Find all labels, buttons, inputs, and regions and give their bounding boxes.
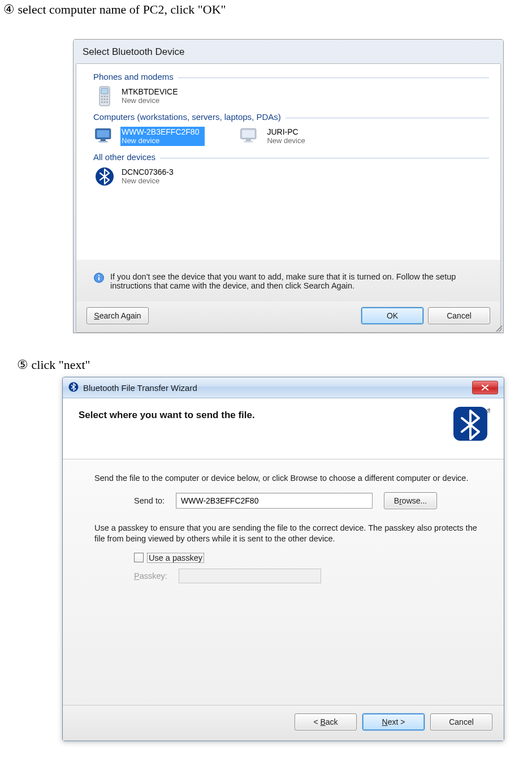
- mnemonic: P: [134, 571, 140, 580]
- svg-rect-13: [101, 139, 106, 141]
- device-item-other[interactable]: DCNC07366-3 New device: [93, 165, 202, 188]
- lt: <: [313, 717, 320, 726]
- bluetooth-logo-icon: ®: [453, 406, 490, 445]
- device-name: WWW-2B3EFFC2F80: [122, 127, 199, 136]
- device-list[interactable]: Phones and modems MTKBTDEVICE New device…: [76, 64, 500, 260]
- cancel-button[interactable]: Cancel: [430, 713, 492, 730]
- device-text: JURI-PC New device: [266, 127, 310, 145]
- mnemonic: N: [382, 717, 388, 726]
- device-text: WWW-2B3EFFC2F80 New device: [120, 127, 205, 145]
- device-item-pc2[interactable]: JURI-PC New device: [239, 125, 333, 148]
- wizard-header-title: Select where you want to send the file.: [79, 410, 255, 421]
- wizard-para1: Send the file to the computer or device …: [94, 473, 487, 484]
- svg-rect-18: [244, 141, 253, 143]
- passkey-label: Passkey:: [134, 571, 167, 580]
- group-phones-header: Phones and modems: [93, 72, 489, 81]
- label-rest: ext >: [388, 717, 405, 726]
- monitor-icon: [240, 126, 260, 147]
- use-passkey-checkbox[interactable]: [134, 553, 144, 562]
- info-text: If you don't see the device that you wan…: [110, 272, 489, 290]
- passkey-input: [179, 569, 321, 583]
- label-rest: asskey:: [140, 571, 167, 580]
- device-sub: New device: [122, 97, 178, 105]
- wizard-header: Select where you want to send the file. …: [63, 398, 504, 459]
- svg-rect-10: [106, 101, 108, 103]
- label: Cancel: [449, 717, 474, 726]
- svg-text:®: ®: [487, 407, 490, 414]
- group-other-label: All other devices: [93, 152, 155, 162]
- wizard-title: Bluetooth File Transfer Wizard: [83, 383, 197, 393]
- use-passkey-row: Use a passkey: [134, 553, 487, 563]
- svg-rect-6: [104, 98, 106, 100]
- label-rest: ack: [326, 717, 338, 726]
- bluetooth-icon: [68, 382, 79, 394]
- monitor-icon: [94, 126, 115, 147]
- device-item-pc1[interactable]: WWW-2B3EFFC2F80 New device: [93, 125, 227, 148]
- svg-rect-8: [101, 101, 103, 103]
- svg-rect-4: [106, 96, 108, 97]
- group-phones-label: Phones and modems: [93, 72, 174, 81]
- divider: [178, 78, 489, 78]
- svg-rect-17: [246, 139, 251, 141]
- label: Cancel: [447, 311, 472, 320]
- info-icon: [93, 272, 105, 283]
- svg-rect-3: [104, 96, 106, 97]
- step4-caption: ④ select computer name of PC2, click "OK…: [0, 0, 532, 17]
- svg-rect-7: [106, 98, 108, 100]
- svg-rect-22: [98, 277, 100, 281]
- svg-rect-9: [104, 101, 106, 103]
- dialog1-title: Select Bluetooth Device: [73, 40, 503, 63]
- mnemonic: S: [94, 311, 99, 320]
- device-sub: New device: [122, 137, 199, 145]
- bluetooth-icon: [94, 166, 115, 187]
- svg-rect-14: [98, 141, 107, 143]
- device-item-phone[interactable]: MTKBTDEVICE New device: [93, 85, 206, 107]
- dialog1-button-row: Search Again OK Cancel: [76, 302, 500, 332]
- divider: [286, 118, 489, 118]
- step5-caption: ⑤ click "next": [0, 355, 532, 372]
- browse-button[interactable]: Browse...: [384, 492, 437, 509]
- mnemonic: B: [320, 717, 325, 726]
- device-sub: New device: [122, 177, 174, 186]
- device-name: MTKBTDEVICE: [122, 87, 178, 96]
- group-other-header: All other devices: [93, 152, 489, 162]
- device-text: MTKBTDEVICE New device: [120, 87, 184, 105]
- ok-button[interactable]: OK: [361, 307, 423, 324]
- post: owse...: [402, 496, 427, 505]
- svg-rect-5: [101, 98, 103, 100]
- group-computers-label: Computers (workstations, servers, laptop…: [93, 112, 281, 122]
- svg-point-23: [98, 275, 100, 276]
- sendto-row: Send to: Browse...: [134, 492, 487, 509]
- sendto-label: Send to:: [134, 496, 165, 505]
- wizard-footer: < Back Next > Cancel: [63, 705, 504, 741]
- search-again-button[interactable]: Search Again: [86, 307, 149, 324]
- device-name: JURI-PC: [267, 127, 305, 136]
- next-button[interactable]: Next >: [362, 713, 425, 730]
- device-sub: New device: [267, 137, 305, 145]
- cancel-button[interactable]: Cancel: [428, 307, 490, 324]
- bluetooth-file-transfer-wizard-dialog: Bluetooth File Transfer Wizard Select wh…: [62, 377, 504, 741]
- pre: B: [394, 496, 399, 505]
- divider: [160, 158, 489, 158]
- svg-rect-1: [101, 88, 108, 94]
- wizard-para2: Use a passkey to ensure that you are sen…: [94, 523, 487, 545]
- resize-grip-icon[interactable]: [494, 324, 502, 332]
- phone-icon: [94, 86, 115, 106]
- sendto-input[interactable]: [176, 493, 373, 509]
- label: OK: [387, 311, 398, 320]
- back-button[interactable]: < Back: [295, 713, 357, 730]
- wizard-body: Send the file to the computer or device …: [63, 459, 504, 705]
- group-computers-header: Computers (workstations, servers, laptop…: [93, 112, 489, 122]
- label-rest: se a passkey: [154, 553, 202, 562]
- svg-rect-12: [97, 130, 110, 137]
- spacer: [153, 307, 357, 324]
- label-rest: earch Again: [100, 311, 141, 320]
- close-button[interactable]: [472, 381, 498, 394]
- dialog1-inner: Phones and modems MTKBTDEVICE New device…: [76, 63, 501, 333]
- svg-rect-2: [101, 96, 103, 97]
- passkey-row: Passkey:: [134, 569, 487, 583]
- close-icon: [481, 384, 489, 391]
- use-passkey-label[interactable]: Use a passkey: [147, 553, 204, 563]
- mnemonic: U: [149, 553, 154, 562]
- svg-rect-16: [243, 130, 255, 137]
